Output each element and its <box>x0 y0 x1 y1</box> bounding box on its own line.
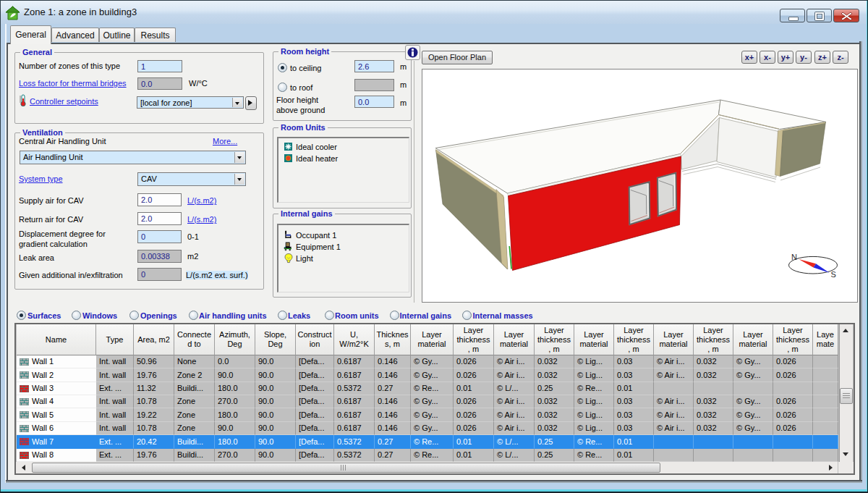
svg-text:S: S <box>831 270 836 279</box>
svg-text:N: N <box>791 253 797 261</box>
